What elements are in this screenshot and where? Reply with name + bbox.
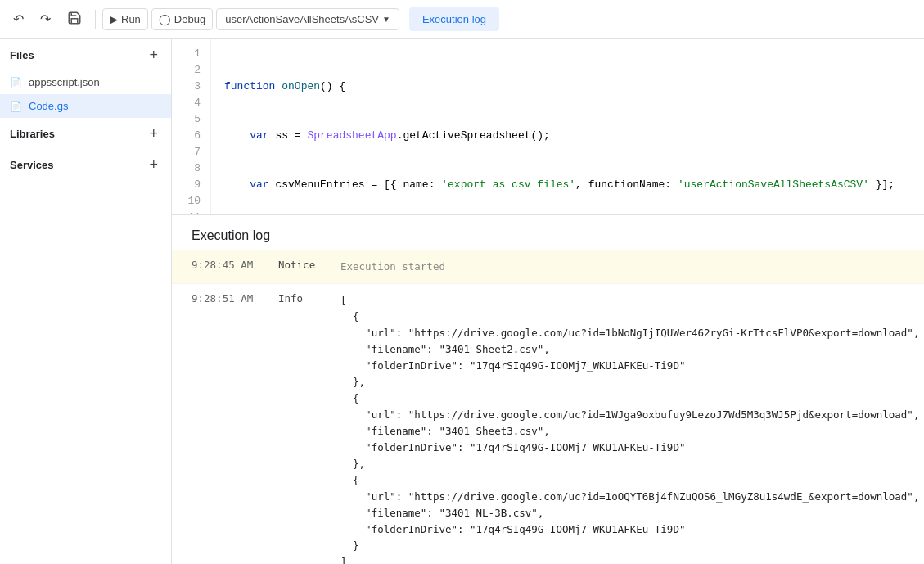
editor-area: 1 2 3 4 5 6 7 8 9 10 11 function onOpen(… bbox=[172, 39, 924, 564]
dropdown-icon: ▼ bbox=[382, 15, 390, 24]
sidebar-libraries-section[interactable]: Libraries + bbox=[0, 118, 171, 149]
run-label: Run bbox=[121, 13, 141, 25]
toolbar-divider-1 bbox=[95, 10, 96, 29]
log-row-info: 9:28:51 AM Info [ { "url": "https://driv… bbox=[172, 284, 924, 564]
code-line: var csvMenuEntries = [{ name: 'export as… bbox=[224, 177, 924, 193]
undo-button[interactable]: ↶ bbox=[7, 7, 30, 32]
debug-label: Debug bbox=[174, 13, 205, 25]
sidebar-item-appsscript[interactable]: 📄 appsscript.json bbox=[0, 70, 171, 94]
line-num: 10 bbox=[172, 193, 210, 210]
log-message: [ { "url": "https://drive.google.com/uc?… bbox=[340, 292, 919, 564]
line-num: 6 bbox=[172, 128, 210, 144]
line-num: 9 bbox=[172, 177, 210, 193]
execution-log-title: Execution log bbox=[172, 215, 924, 250]
redo-button[interactable]: ↷ bbox=[34, 7, 57, 32]
log-row-start: 9:28:45 AM Notice Execution started bbox=[172, 250, 924, 284]
code-line: function onOpen() { bbox=[224, 79, 924, 95]
sidebar-files-section[interactable]: Files + bbox=[0, 39, 171, 70]
sidebar-file-name: Code.gs bbox=[29, 100, 68, 112]
log-level: Info bbox=[278, 292, 327, 305]
sidebar-item-codegs[interactable]: 📄 Code.gs bbox=[0, 94, 171, 118]
line-num: 5 bbox=[172, 111, 210, 128]
file-icon: 📄 bbox=[10, 77, 22, 88]
run-button[interactable]: ▶ Run bbox=[102, 8, 148, 30]
libraries-add-button[interactable]: + bbox=[146, 126, 161, 141]
files-add-button[interactable]: + bbox=[146, 47, 161, 62]
main-layout: Files + 📄 appsscript.json 📄 Code.gs Libr… bbox=[0, 39, 924, 564]
line-num: 7 bbox=[172, 144, 210, 160]
code-panel[interactable]: 1 2 3 4 5 6 7 8 9 10 11 function onOpen(… bbox=[172, 39, 924, 215]
execution-log-panel: Execution log 9:28:45 AM Notice Executio… bbox=[172, 215, 924, 564]
log-time: 9:28:51 AM bbox=[192, 292, 265, 305]
sidebar-services-section[interactable]: Services + bbox=[0, 149, 171, 180]
line-num: 11 bbox=[172, 210, 210, 215]
code-content: 1 2 3 4 5 6 7 8 9 10 11 function onOpen(… bbox=[172, 39, 924, 215]
log-time: 9:28:45 AM bbox=[192, 259, 265, 271]
function-selector[interactable]: userActionSaveAllSheetsAsCSV ▼ bbox=[216, 8, 399, 30]
execution-log-button[interactable]: Execution log bbox=[409, 7, 499, 31]
save-button[interactable] bbox=[61, 6, 88, 34]
line-num: 4 bbox=[172, 95, 210, 111]
log-level: Notice bbox=[278, 259, 327, 271]
line-numbers: 1 2 3 4 5 6 7 8 9 10 11 bbox=[172, 39, 211, 215]
services-label: Services bbox=[10, 159, 54, 171]
debug-button[interactable]: ◯ Debug bbox=[151, 8, 213, 30]
libraries-label: Libraries bbox=[10, 128, 55, 140]
line-num: 2 bbox=[172, 62, 210, 79]
services-add-button[interactable]: + bbox=[146, 157, 161, 172]
file-icon: 📄 bbox=[10, 101, 22, 112]
code-lines: function onOpen() { var ss = Spreadsheet… bbox=[211, 39, 924, 215]
sidebar-file-name: appsscript.json bbox=[29, 76, 100, 88]
toolbar: ↶ ↷ ▶ Run ◯ Debug userActionSaveAllSheet… bbox=[0, 0, 924, 39]
code-line: var ss = SpreadsheetApp.getActiveSpreads… bbox=[224, 128, 924, 144]
line-num: 1 bbox=[172, 46, 210, 62]
function-name: userActionSaveAllSheetsAsCSV bbox=[225, 13, 379, 25]
log-message: Execution started bbox=[340, 259, 445, 275]
debug-icon: ◯ bbox=[159, 13, 171, 25]
run-icon: ▶ bbox=[110, 13, 118, 25]
sidebar: Files + 📄 appsscript.json 📄 Code.gs Libr… bbox=[0, 39, 172, 564]
line-num: 3 bbox=[172, 79, 210, 95]
files-label: Files bbox=[10, 49, 34, 61]
line-num: 8 bbox=[172, 160, 210, 177]
